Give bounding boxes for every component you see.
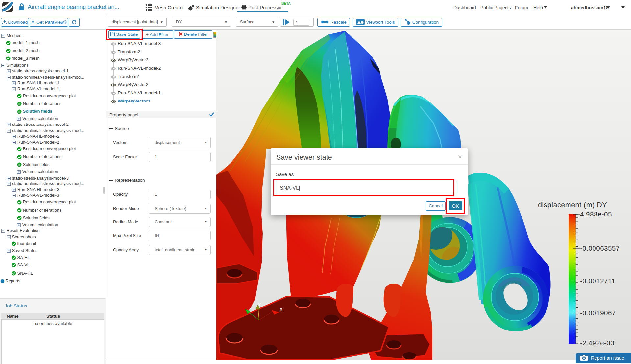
svg-text:-0.0019067: -0.0019067	[580, 309, 616, 317]
svg-text:-0.00063557: -0.00063557	[580, 244, 620, 252]
svg-text:Z: Z	[248, 307, 251, 312]
svg-text:Y: Y	[258, 302, 261, 307]
svg-text:displacement (m) DY: displacement (m) DY	[538, 201, 607, 209]
svg-text:-2.492e-03: -2.492e-03	[580, 339, 614, 347]
svg-text:X: X	[279, 307, 283, 312]
svg-text:4.988e-05: 4.988e-05	[580, 210, 612, 218]
svg-text:-0.0012711: -0.0012711	[580, 277, 615, 284]
